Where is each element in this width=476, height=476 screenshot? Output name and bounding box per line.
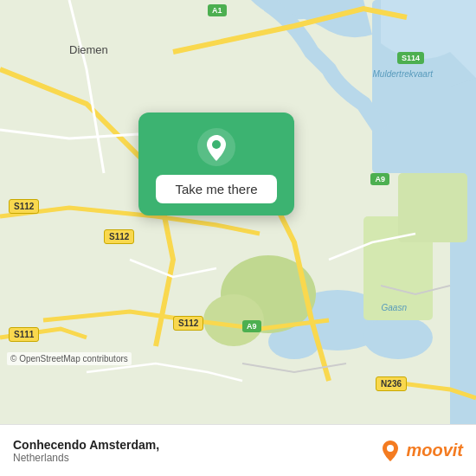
road-label-a9-bot: A9 xyxy=(242,320,261,332)
svg-rect-8 xyxy=(398,173,467,242)
moovit-logo: moovit xyxy=(378,439,463,463)
map-container: Diemen Muldertrekvaart Gaasn A1 S114 S11… xyxy=(0,0,476,424)
svg-point-3 xyxy=(363,316,433,359)
water-label-gaasn: Gaasn xyxy=(382,303,407,312)
road-label-s112-mid: S112 xyxy=(104,229,134,244)
road-label-n236: N236 xyxy=(376,376,407,391)
road-label-s112-bot: S112 xyxy=(173,316,203,331)
take-me-there-button[interactable]: Take me there xyxy=(156,175,277,203)
copyright-text: © OpenStreetMap contributors xyxy=(7,352,132,365)
location-pin-icon xyxy=(197,128,235,166)
svg-point-11 xyxy=(387,445,394,452)
road-label-a9-right: A9 xyxy=(370,173,389,185)
moovit-logo-pin-icon xyxy=(378,439,402,463)
location-name: Conhecendo Amsterdam, xyxy=(13,438,159,452)
moovit-logo-text: moovit xyxy=(406,441,463,460)
road-label-s111: S111 xyxy=(9,327,39,342)
bottom-bar: Conhecendo Amsterdam, Netherlands moovit xyxy=(0,424,476,476)
road-label-s114: S114 xyxy=(397,52,424,64)
road-label-a1-top: A1 xyxy=(208,4,227,16)
location-country: Netherlands xyxy=(13,452,159,464)
water-label-muldertrekvaart: Muldertrekvaart xyxy=(373,69,433,79)
city-label-diemen: Diemen xyxy=(69,43,108,56)
location-popup: Take me there xyxy=(138,113,294,215)
road-label-s112-left: S112 xyxy=(9,199,39,214)
location-info: Conhecendo Amsterdam, Netherlands xyxy=(13,438,159,464)
svg-point-10 xyxy=(212,140,221,149)
